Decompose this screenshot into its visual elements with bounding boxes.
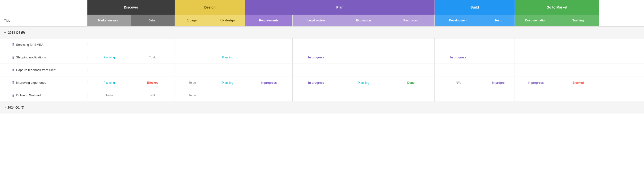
row-icon: ⁞⁞ [12,93,14,98]
status-cell-testing: In progre [482,76,515,89]
status-cell-resourced [387,51,435,63]
status-cell-market_research: Planning [88,51,131,63]
resourced-column-header: Resourced [387,15,435,26]
group-toggle-2024-q1[interactable]: > [4,106,6,109]
one-pager-column-header: 1 pager [175,15,210,26]
status-cell-requirements [245,51,292,63]
row-title-cell: ⁞⁞ Capture feedback from client [0,68,88,72]
status-cell-ux_design [210,38,245,51]
phase-design: Design [175,0,245,15]
phase-discover-label: Discover [124,5,138,9]
row-icon: ⁞⁞ [12,42,14,47]
status-cell-resourced [387,64,435,76]
group-header-cell-2023-q4: ∨ 2023 Q4 (5) [0,31,29,34]
status-cell-testing [482,89,515,102]
row-title[interactable]: Shipping notifications [16,55,46,59]
status-cell-development [435,89,482,102]
status-cell-resourced [387,38,435,51]
phase-build: Build [435,0,515,15]
status-cell-data: Blocked [131,76,175,89]
group-header-cell-2024-q1: > 2024 Q1 (6) [0,106,28,109]
group-label-2023-q4: 2023 Q4 (5) [8,31,25,34]
row-title[interactable]: Servicing for EMEA [16,43,44,46]
status-cell-resourced: Done [387,76,435,89]
status-cell-estimation [340,38,387,51]
status-cell-estimation [340,89,387,102]
status-cell-documentation [515,89,557,102]
status-cell-estimation [340,51,387,63]
row-title-cell: ⁞⁞ Servicing for EMEA [0,42,88,47]
group-label-2024-q1: 2024 Q1 (6) [8,106,24,109]
status-cell-requirements: In progress [245,76,292,89]
status-cell-market_research [88,38,131,51]
status-cell-ux_design [210,64,245,76]
groups-container: ∨ 2023 Q4 (5) ⁞⁞ Servicing for EMEA ⁞⁞ S… [0,27,644,113]
status-cell-documentation [515,64,557,76]
documentation-column-header: Documentation [515,15,557,26]
ux-design-column-header: UX design [210,15,245,26]
roadmap-table: Discover Design Plan Build Go to Market … [0,0,644,113]
status-cell-data [131,64,175,76]
column-header-row: Title Market research Data... 1 pager UX… [0,15,644,27]
status-cell-market_research: Planning [88,76,131,89]
row-title[interactable]: Capture feedback from client [16,68,56,72]
title-column-header: Title [0,15,88,26]
status-cell-one_pager: To do [175,76,210,89]
requirements-column-header: Requirements [245,15,292,26]
phase-header-row: Discover Design Plan Build Go to Market [0,0,644,15]
table-row: ⁞⁞ Capture feedback from client [0,64,644,76]
status-cell-data [131,38,175,51]
status-cell-development [435,38,482,51]
status-cell-ux_design [210,89,245,102]
row-icon: ⁞⁞ [12,55,14,60]
status-cell-testing [482,64,515,76]
status-cell-legal_review: In progress [292,51,340,63]
table-row: ⁞⁞ Shipping notifications PlanningTo doP… [0,51,644,64]
training-column-header: Training [557,15,599,26]
status-cell-documentation [515,38,557,51]
status-cell-data: N/A [131,89,175,102]
row-title[interactable]: Improving experience [16,81,46,84]
phase-design-label: Design [204,5,216,9]
group-toggle-2023-q4[interactable]: ∨ [4,31,6,34]
status-cell-documentation: In progress [515,76,557,89]
status-cell-development: N/A [435,76,482,89]
status-cell-training [557,89,599,102]
status-cell-testing [482,51,515,63]
group-header-2024-q1[interactable]: > 2024 Q1 (6) [0,102,644,113]
phase-plan-label: Plan [336,5,344,9]
status-cell-legal_review: In progress [292,76,340,89]
row-icon: ⁞⁞ [12,80,14,85]
status-cell-training: Blocked [557,76,599,89]
status-cell-one_pager [175,51,210,63]
table-row: ⁞⁞ Servicing for EMEA [0,38,644,51]
status-cell-resourced [387,89,435,102]
status-cell-ux_design: Planning [210,51,245,63]
group-header-2023-q4[interactable]: ∨ 2023 Q4 (5) [0,27,644,38]
status-cell-training [557,64,599,76]
development-column-header: Development [435,15,482,26]
status-cell-market_research [88,64,131,76]
row-title-cell: ⁞⁞ Improving experience [0,80,88,85]
phase-header-empty [0,0,88,15]
data-column-header: Data... [131,15,175,26]
estimation-column-header: Estimation [340,15,387,26]
phase-plan: Plan [245,0,435,15]
table-row: ⁞⁞ Onboard Walmart To doN/ATo do [0,89,644,102]
status-cell-requirements [245,38,292,51]
status-cell-legal_review [292,64,340,76]
phase-go-to-market-label: Go to Market [546,5,568,9]
testing-column-header: Tes... [482,15,515,26]
row-title-cell: ⁞⁞ Onboard Walmart [0,93,88,98]
status-cell-development: In progress [435,51,482,63]
legal-review-column-header: Legal review [292,15,340,26]
market-research-column-header: Market research [88,15,131,26]
row-title-cell: ⁞⁞ Shipping notifications [0,55,88,60]
status-cell-development [435,64,482,76]
row-title[interactable]: Onboard Walmart [16,94,41,97]
status-cell-one_pager [175,64,210,76]
status-cell-training [557,38,599,51]
status-cell-training [557,51,599,63]
status-cell-legal_review [292,38,340,51]
status-cell-testing [482,38,515,51]
